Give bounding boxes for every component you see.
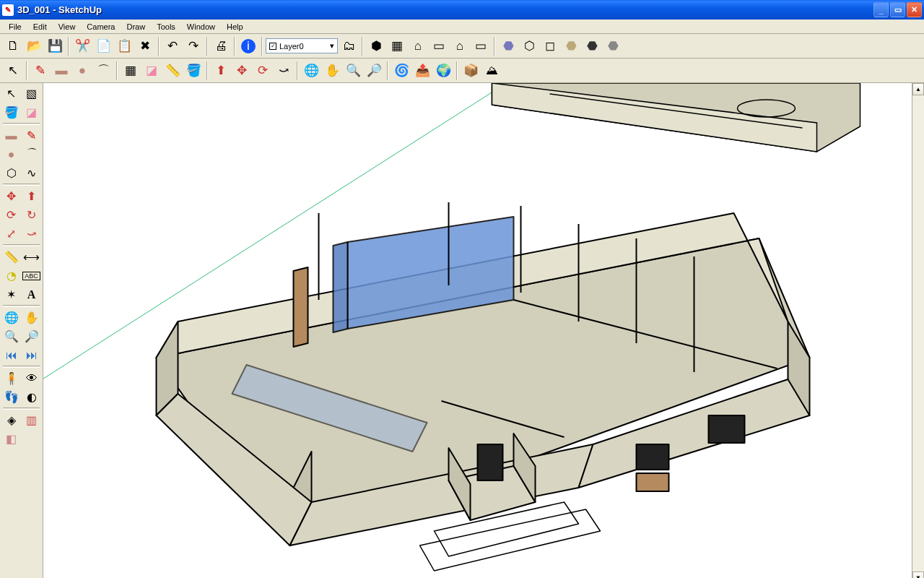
scale-tool-icon[interactable]: ⤢ bbox=[1, 225, 21, 243]
top-view-icon[interactable]: ▦ bbox=[387, 36, 407, 56]
monochrome-icon[interactable]: ⬣ bbox=[582, 36, 602, 56]
3d-text-tool-icon[interactable]: A bbox=[22, 285, 41, 303]
menu-tools[interactable]: Tools bbox=[151, 21, 181, 33]
iso-view-icon[interactable]: ⬢ bbox=[366, 36, 386, 56]
paste-icon[interactable]: 📋 bbox=[114, 36, 134, 56]
component-icon[interactable]: ▦ bbox=[121, 61, 141, 81]
line-icon[interactable]: ✎ bbox=[30, 61, 51, 81]
zoom-tool-icon[interactable]: 🔍 bbox=[1, 327, 21, 345]
right-view-icon[interactable]: ▭ bbox=[429, 36, 449, 56]
undo-icon[interactable]: ↶ bbox=[162, 36, 183, 56]
cut-icon[interactable]: ✂️ bbox=[72, 36, 92, 56]
rotate-icon[interactable]: ⟳ bbox=[253, 61, 273, 81]
get-models-icon[interactable]: 🌀 bbox=[391, 61, 411, 81]
front-view-icon[interactable]: ⌂ bbox=[408, 36, 428, 56]
arc-tool-icon[interactable]: ⌒ bbox=[22, 145, 41, 163]
scroll-up-icon[interactable]: ▲ bbox=[912, 83, 924, 95]
paint-bucket-icon[interactable]: 🪣 bbox=[183, 61, 204, 81]
share-model-icon[interactable]: 📤 bbox=[412, 61, 432, 81]
circle-icon[interactable]: ● bbox=[72, 61, 92, 81]
section-display-icon[interactable]: ◈ bbox=[1, 411, 21, 429]
menu-file[interactable]: File bbox=[3, 21, 27, 33]
section-fill-icon[interactable]: ◧ bbox=[1, 430, 21, 448]
minimize-button[interactable]: _ bbox=[873, 2, 889, 17]
zoom-window-tool-icon[interactable]: 🔎 bbox=[22, 327, 41, 345]
scroll-down-icon[interactable]: ▼ bbox=[912, 571, 924, 578]
eraser-tool-icon[interactable]: ◪ bbox=[22, 103, 41, 121]
offset-tool-icon[interactable]: ⤻ bbox=[22, 225, 41, 243]
axes-tool-icon[interactable]: ✶ bbox=[1, 285, 21, 303]
tape-measure-icon[interactable]: 📏 bbox=[162, 61, 183, 81]
polygon-tool-icon[interactable]: ⬡ bbox=[1, 164, 21, 182]
vertical-scrollbar[interactable]: ▲ ▼ bbox=[912, 83, 924, 578]
look-around-tool-icon[interactable]: 👁 bbox=[22, 369, 41, 387]
rectangle-tool-icon[interactable]: ▬ bbox=[1, 126, 21, 144]
circle-tool-icon[interactable]: ● bbox=[1, 145, 21, 163]
new-file-icon[interactable]: 🗋 bbox=[3, 36, 23, 56]
menu-camera[interactable]: Camera bbox=[81, 21, 121, 33]
open-file-icon[interactable]: 📂 bbox=[24, 36, 44, 56]
rotate-tool-icon[interactable]: ⟳ bbox=[1, 206, 21, 224]
wireframe-icon[interactable]: ⬡ bbox=[519, 36, 539, 56]
line-tool-icon[interactable]: ✎ bbox=[22, 126, 41, 144]
zoom-extents-icon[interactable]: 🔎 bbox=[364, 61, 384, 81]
redo-icon[interactable]: ↷ bbox=[183, 36, 204, 56]
section-plane-tool-icon[interactable]: ◐ bbox=[22, 388, 41, 406]
xray-icon[interactable]: ⬣ bbox=[603, 36, 623, 56]
save-file-icon[interactable]: 💾 bbox=[45, 36, 65, 56]
orbit-icon[interactable]: 🌐 bbox=[301, 61, 321, 81]
move-icon[interactable]: ✥ bbox=[232, 61, 252, 81]
walk-tool-icon[interactable]: 👣 bbox=[1, 388, 21, 406]
delete-icon[interactable]: ✖ bbox=[135, 36, 155, 56]
next-tool-icon[interactable]: ⏭ bbox=[22, 346, 41, 364]
menu-edit[interactable]: Edit bbox=[27, 21, 53, 33]
select-tool-icon[interactable]: ↖ bbox=[1, 85, 21, 103]
eraser-icon[interactable]: ◪ bbox=[141, 61, 162, 81]
push-pull-icon[interactable]: ⬆ bbox=[211, 61, 231, 81]
zoom-icon[interactable]: 🔍 bbox=[343, 61, 363, 81]
toggle-terrain-icon[interactable]: ⛰ bbox=[481, 61, 502, 81]
tape-measure-tool-icon[interactable]: 📏 bbox=[1, 248, 21, 266]
print-icon[interactable]: 🖨 bbox=[211, 36, 231, 56]
menu-help[interactable]: Help bbox=[221, 21, 249, 33]
app-icon: ✎ bbox=[2, 4, 14, 16]
rectangle-icon[interactable]: ▬ bbox=[51, 61, 71, 81]
section-cut-icon[interactable]: ▥ bbox=[22, 411, 41, 429]
get-location-icon[interactable]: 📦 bbox=[461, 61, 481, 81]
previous-tool-icon[interactable]: ⏮ bbox=[1, 346, 21, 364]
offset-icon[interactable]: ⤻ bbox=[274, 61, 294, 81]
select-icon[interactable]: ↖ bbox=[3, 61, 23, 81]
back-view-icon[interactable]: ⌂ bbox=[450, 36, 470, 56]
layer-manager-icon[interactable]: 🗂 bbox=[339, 36, 359, 56]
left-view-icon[interactable]: ▭ bbox=[471, 36, 491, 56]
protractor-tool-icon[interactable]: ◔ bbox=[1, 267, 21, 285]
move-tool-icon[interactable]: ✥ bbox=[1, 187, 21, 205]
menu-view[interactable]: View bbox=[53, 21, 82, 33]
pan-icon[interactable]: ✋ bbox=[322, 61, 342, 81]
separator bbox=[3, 244, 40, 246]
maximize-button[interactable]: ▭ bbox=[890, 2, 905, 17]
google-earth-icon[interactable]: 🌍 bbox=[433, 61, 453, 81]
hidden-line-icon[interactable]: ◻ bbox=[540, 36, 560, 56]
menu-draw[interactable]: Draw bbox=[121, 21, 151, 33]
orbit-tool-icon[interactable]: 🌐 bbox=[1, 309, 21, 327]
text-tool-icon[interactable]: ABC bbox=[22, 267, 41, 285]
shaded-textures-icon[interactable]: ⬣ bbox=[561, 36, 581, 56]
viewport[interactable] bbox=[43, 83, 912, 578]
dimension-tool-icon[interactable]: ⟷ bbox=[22, 248, 41, 266]
shaded-icon[interactable]: ⬣ bbox=[498, 36, 518, 56]
position-camera-tool-icon[interactable]: 🧍 bbox=[1, 369, 21, 387]
layer-dropdown[interactable]: ✓ Layer0 ▾ bbox=[266, 38, 338, 53]
follow-me-tool-icon[interactable]: ↻ bbox=[22, 206, 41, 224]
close-button[interactable]: ✕ bbox=[907, 2, 922, 17]
scroll-track[interactable] bbox=[912, 95, 924, 571]
menu-window[interactable]: Window bbox=[181, 21, 221, 33]
pan-tool-icon[interactable]: ✋ bbox=[22, 309, 41, 327]
copy-icon[interactable]: 📄 bbox=[93, 36, 113, 56]
make-component-icon[interactable]: ▧ bbox=[22, 85, 41, 103]
paint-bucket-tool-icon[interactable]: 🪣 bbox=[1, 103, 21, 121]
model-info-icon[interactable]: i bbox=[241, 39, 256, 53]
push-pull-tool-icon[interactable]: ⬆ bbox=[22, 187, 41, 205]
freehand-tool-icon[interactable]: ∿ bbox=[22, 164, 41, 182]
arc-icon[interactable]: ⌒ bbox=[93, 61, 113, 81]
